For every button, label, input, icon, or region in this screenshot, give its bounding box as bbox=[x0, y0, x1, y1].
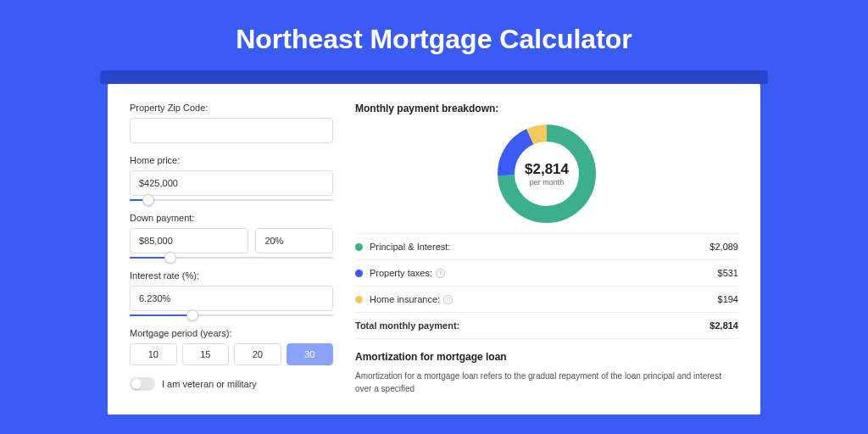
period-field-group: Mortgage period (years): 10152030 bbox=[130, 328, 333, 365]
info-icon[interactable]: ? bbox=[443, 295, 453, 304]
rate-slider-thumb[interactable] bbox=[186, 309, 198, 321]
period-segmented: 10152030 bbox=[130, 343, 333, 365]
zip-input[interactable] bbox=[130, 118, 333, 143]
veteran-row: I am veteran or military bbox=[130, 377, 333, 391]
rate-field-group: Interest rate (%): bbox=[130, 270, 333, 316]
total-label: Total monthly payment: bbox=[355, 320, 709, 331]
veteran-toggle[interactable] bbox=[130, 377, 155, 391]
legend-row: Home insurance:?$194 bbox=[355, 287, 738, 313]
donut-chart: $2,814 per month bbox=[496, 123, 598, 225]
legend-row: Principal & Interest:$2,089 bbox=[355, 234, 738, 260]
form-panel: Property Zip Code: Home price: Down paym… bbox=[130, 103, 333, 415]
donut-center: $2,814 per month bbox=[496, 123, 598, 225]
period-option-20[interactable]: 20 bbox=[234, 343, 281, 365]
card-shadow bbox=[100, 70, 768, 84]
legend-value: $194 bbox=[718, 294, 738, 304]
zip-field-group: Property Zip Code: bbox=[130, 103, 333, 143]
period-label: Mortgage period (years): bbox=[130, 328, 333, 338]
calculator-card: Property Zip Code: Home price: Down paym… bbox=[108, 84, 760, 415]
legend: Principal & Interest:$2,089Property taxe… bbox=[355, 233, 738, 339]
price-slider-thumb[interactable] bbox=[142, 194, 154, 206]
down-slider[interactable] bbox=[130, 257, 333, 259]
legend-label: Principal & Interest: bbox=[370, 242, 709, 252]
period-option-30[interactable]: 30 bbox=[287, 343, 334, 365]
legend-label: Home insurance:? bbox=[370, 294, 718, 304]
legend-row: Property taxes:?$531 bbox=[355, 260, 738, 287]
donut-sub: per month bbox=[530, 178, 565, 186]
legend-label: Property taxes:? bbox=[370, 268, 718, 278]
legend-dot bbox=[355, 243, 363, 251]
price-field-group: Home price: bbox=[130, 155, 333, 201]
page-title: Northeast Mortgage Calculator bbox=[0, 0, 868, 70]
zip-label: Property Zip Code: bbox=[130, 103, 333, 113]
rate-input[interactable] bbox=[130, 286, 333, 311]
down-percent-input[interactable] bbox=[255, 228, 333, 253]
breakdown-panel: Monthly payment breakdown: $2,814 per mo… bbox=[355, 103, 738, 415]
legend-dot bbox=[355, 270, 363, 277]
donut-chart-wrap: $2,814 per month bbox=[355, 123, 738, 225]
price-slider[interactable] bbox=[130, 199, 333, 201]
rate-slider[interactable] bbox=[130, 314, 333, 316]
rate-slider-fill bbox=[130, 314, 192, 316]
down-label: Down payment: bbox=[130, 213, 333, 223]
legend-value: $531 bbox=[718, 268, 738, 278]
toggle-knob bbox=[131, 379, 142, 389]
legend-dot bbox=[355, 296, 363, 303]
price-label: Home price: bbox=[130, 155, 333, 165]
total-value: $2,814 bbox=[709, 320, 738, 331]
amortization-text: Amortization for a mortgage loan refers … bbox=[355, 370, 738, 395]
price-input[interactable] bbox=[130, 170, 333, 196]
amortization-title: Amortization for mortgage loan bbox=[355, 351, 738, 363]
down-field-group: Down payment: bbox=[130, 213, 333, 259]
down-slider-thumb[interactable] bbox=[164, 252, 176, 264]
rate-label: Interest rate (%): bbox=[130, 270, 333, 281]
info-icon[interactable]: ? bbox=[436, 269, 445, 278]
amortization-section: Amortization for mortgage loan Amortizat… bbox=[355, 351, 738, 395]
period-option-10[interactable]: 10 bbox=[130, 343, 177, 365]
donut-value: $2,814 bbox=[525, 161, 569, 178]
period-option-15[interactable]: 15 bbox=[182, 343, 230, 365]
breakdown-title: Monthly payment breakdown: bbox=[355, 103, 738, 114]
legend-total-row: Total monthly payment:$2,814 bbox=[355, 313, 738, 339]
legend-value: $2,089 bbox=[709, 242, 738, 252]
veteran-label: I am veteran or military bbox=[162, 379, 257, 389]
down-amount-input[interactable] bbox=[130, 228, 248, 253]
